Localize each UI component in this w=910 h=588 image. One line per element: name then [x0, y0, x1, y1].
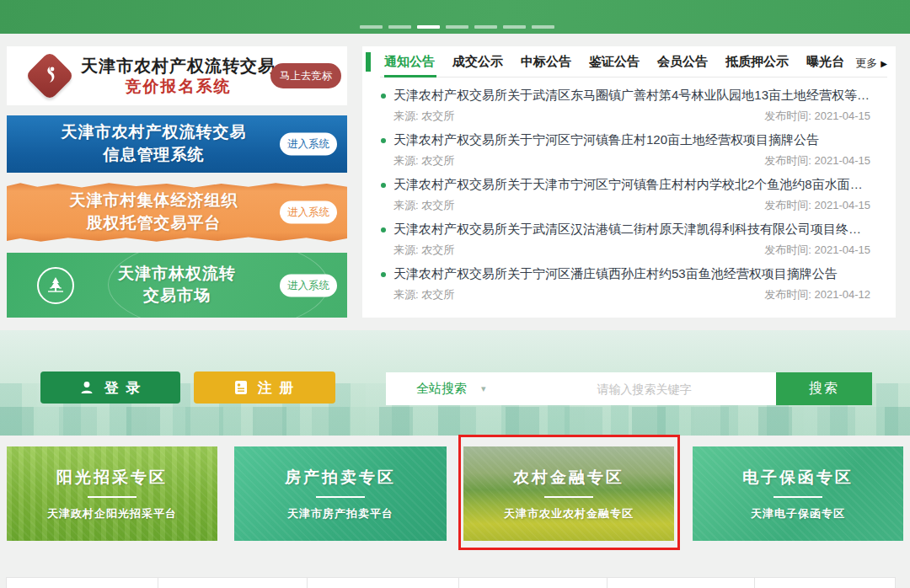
- more-label: 更多: [855, 56, 877, 71]
- news-source: 来源: 农交所: [393, 198, 454, 213]
- carousel-dash-3-active[interactable]: [417, 25, 440, 29]
- news-title[interactable]: 天津农村产权交易所关于武清区东马圈镇广善村第4号林业队园地13亩土地经营权等4个…: [393, 88, 870, 104]
- site-title: 天津市农村产权流转交易: [81, 56, 276, 77]
- news-title[interactable]: 天津农村产权交易所关于天津市宁河区宁河镇鲁庄村村内学校北2个鱼池约8亩水面经营.…: [393, 177, 870, 193]
- go-bid-button[interactable]: 马上去竞标: [270, 63, 341, 88]
- list-item[interactable]: 天津农村产权交易所关于武清区汉沽港镇二街村原天津凯得利科技有限公司项目终结公告 …: [381, 222, 870, 266]
- zone-card-divider: [316, 496, 365, 498]
- news-source: 来源: 农交所: [393, 287, 454, 302]
- news-date: 发布时间: 2021-04-15: [764, 153, 870, 168]
- list-item[interactable]: 天津农村产权交易所关于天津市宁河区宁河镇鲁庄村村内学校北2个鱼池约8亩水面经营.…: [381, 177, 870, 222]
- zone-card-real-estate-auction[interactable]: 房产拍卖专区 天津市房产拍卖平台: [234, 446, 447, 541]
- bullet-icon: [381, 272, 386, 277]
- footer-nav-box[interactable]: [607, 577, 755, 588]
- tab-notice[interactable]: 通知公告: [384, 54, 435, 70]
- banner-line2: 信息管理系统: [40, 144, 267, 167]
- announcement-tabs: 通知公告 成交公示 中标公告 鉴证公告 会员公告 抵质押公示 曝光台: [384, 54, 844, 70]
- search-bar: 全站搜索 ▾ 搜索: [386, 372, 872, 405]
- banner-text: 天津市村集体经济组织 股权托管交易平台: [40, 190, 267, 234]
- search-scope-label: 全站搜索: [416, 381, 467, 397]
- hero-section: 登 录 注 册 全站搜索 ▾ 搜索: [0, 330, 910, 436]
- carousel-dash-2[interactable]: [388, 25, 411, 29]
- enter-system-button-orange[interactable]: 进入系统: [280, 201, 337, 224]
- search-scope-dropdown[interactable]: 全站搜索 ▾: [386, 372, 512, 405]
- more-arrow-icon: ▶: [881, 59, 887, 68]
- zone-card-divider: [774, 496, 822, 498]
- bullet-icon: [381, 227, 386, 233]
- user-icon: [79, 380, 94, 395]
- carousel-dash-4[interactable]: [446, 25, 468, 29]
- footer-nav-box[interactable]: [6, 577, 158, 588]
- list-item[interactable]: 天津农村产权交易所关于宁河区宁河镇鲁庄村120亩土地经营权项目摘牌公告 来源: …: [381, 132, 870, 177]
- news-source: 来源: 农交所: [393, 243, 454, 258]
- zone-card-subtitle: 天津市农业农村金融专区: [504, 506, 634, 521]
- bullet-icon: [381, 138, 386, 143]
- list-item[interactable]: 天津农村产权交易所关于武清区东马圈镇广善村第4号林业队园地13亩土地经营权等4个…: [381, 88, 870, 132]
- tab-authentication[interactable]: 鉴证公告: [589, 54, 640, 70]
- carousel-indicators: [360, 25, 554, 29]
- bidding-system-card: 天津市农村产权流转交易 竞价报名系统 马上去竞标: [7, 46, 347, 105]
- banner-text: 天津市农村产权流转交易 信息管理系统: [40, 121, 267, 166]
- more-link[interactable]: 更多 ▶: [855, 56, 887, 71]
- footer-nav-box[interactable]: [307, 577, 459, 588]
- news-date: 发布时间: 2021-04-15: [764, 109, 870, 124]
- page: 天津市农村产权流转交易 竞价报名系统 马上去竞标 天津市农村产权流转交易 信息管…: [0, 0, 910, 588]
- banner-line1: 天津市林权流转: [87, 263, 267, 286]
- search-input[interactable]: [512, 372, 776, 405]
- tab-deal-publicity[interactable]: 成交公示: [452, 54, 503, 70]
- login-label: 登 录: [104, 378, 142, 398]
- info-management-system-banner[interactable]: 天津市农村产权流转交易 信息管理系统 进入系统: [7, 115, 347, 173]
- search-button[interactable]: 搜索: [776, 372, 872, 405]
- banner-line1: 天津市农村产权流转交易: [40, 121, 267, 144]
- site-subtitle: 竞价报名系统: [81, 77, 276, 97]
- zone-card-electronic-guarantee[interactable]: 电子保函专区 天津电子保函专区: [693, 446, 903, 541]
- tab-pledge[interactable]: 抵质押公示: [725, 54, 789, 70]
- list-item[interactable]: 天津农村产权交易所关于宁河区潘庄镇西孙庄村约53亩鱼池经营权项目摘牌公告 来源:…: [381, 266, 870, 311]
- tab-exposure[interactable]: 曝光台: [806, 54, 844, 70]
- news-date: 发布时间: 2021-04-15: [764, 243, 870, 258]
- site-title-block: 天津市农村产权流转交易 竞价报名系统: [81, 56, 276, 97]
- zone-card-title: 房产拍卖专区: [285, 467, 396, 489]
- footer-nav-box[interactable]: [754, 577, 896, 588]
- active-tab-underline: [384, 75, 436, 78]
- banner-line2: 交易市场: [87, 286, 267, 308]
- carousel-dash-1[interactable]: [360, 25, 383, 29]
- news-title[interactable]: 天津农村产权交易所关于宁河区宁河镇鲁庄村120亩土地经营权项目摘牌公告: [393, 132, 819, 148]
- zone-card-subtitle: 天津市房产拍卖平台: [287, 506, 393, 521]
- enter-system-button-green[interactable]: 进入系统: [280, 274, 337, 297]
- bullet-icon: [381, 183, 386, 188]
- bullet-icon: [381, 94, 386, 99]
- carousel-dash-7[interactable]: [532, 25, 554, 29]
- announcement-panel: 通知公告 成交公示 中标公告 鉴证公告 会员公告 抵质押公示 曝光台 更多 ▶ …: [362, 46, 896, 318]
- id-card-icon: [234, 380, 248, 395]
- tab-member[interactable]: 会员公告: [657, 54, 708, 70]
- zone-card-sunshine-procurement[interactable]: 阳光招采专区 天津政村企阳光招采平台: [7, 446, 217, 541]
- register-button[interactable]: 注 册: [194, 372, 335, 404]
- tab-winning-bid[interactable]: 中标公告: [521, 54, 571, 70]
- login-button[interactable]: 登 录: [40, 372, 180, 404]
- zone-card-title: 电子保函专区: [742, 467, 854, 489]
- banner-line2: 股权托管交易平台: [40, 212, 267, 235]
- banner-line1: 天津市村集体经济组织: [40, 190, 267, 212]
- enter-system-button-blue[interactable]: 进入系统: [280, 133, 337, 156]
- chevron-down-icon: ▾: [481, 383, 486, 394]
- tree-icon: [37, 267, 74, 304]
- tab-divider-line: [380, 77, 887, 78]
- news-title[interactable]: 天津农村产权交易所关于武清区汉沽港镇二街村原天津凯得利科技有限公司项目终结公告: [393, 222, 870, 238]
- register-label: 注 册: [258, 378, 296, 398]
- zone-card-rural-finance[interactable]: 农村金融专区 天津市农业农村金融专区: [463, 446, 674, 541]
- site-logo-icon: [24, 51, 74, 100]
- zone-card-title: 阳光招采专区: [56, 467, 168, 489]
- zone-card-subtitle: 天津政村企阳光招采平台: [47, 506, 177, 521]
- zone-card-subtitle: 天津电子保函专区: [751, 506, 845, 521]
- forest-rights-market-banner[interactable]: 天津市林权流转 交易市场 进入系统: [7, 253, 347, 318]
- carousel-dash-6[interactable]: [503, 25, 526, 29]
- top-carousel-bar: [0, 0, 910, 34]
- footer-nav-box[interactable]: [458, 577, 608, 588]
- carousel-dash-5[interactable]: [474, 25, 497, 29]
- equity-custody-platform-banner[interactable]: 天津市村集体经济组织 股权托管交易平台 进入系统: [7, 181, 347, 243]
- news-date: 发布时间: 2021-04-15: [764, 198, 870, 213]
- footer-nav-box[interactable]: [158, 577, 308, 588]
- zone-card-divider: [88, 496, 136, 498]
- news-title[interactable]: 天津农村产权交易所关于宁河区潘庄镇西孙庄村约53亩鱼池经营权项目摘牌公告: [393, 266, 838, 282]
